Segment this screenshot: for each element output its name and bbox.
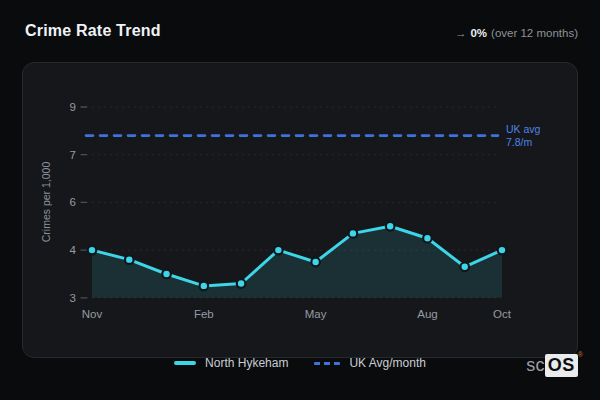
uk-avg-label-line2: 7.8/m — [506, 136, 533, 148]
x-tick-label: Nov — [82, 308, 103, 320]
page-title: Crime Rate Trend — [25, 22, 161, 40]
app-root: Crime Rate Trend → 0% (over 12 months) 3… — [0, 0, 600, 400]
y-tick-label: 3 — [70, 292, 76, 304]
y-tick-label: 6 — [70, 196, 76, 208]
dashed-line-swatch-icon — [314, 362, 340, 365]
trend-arrow-icon: → — [455, 27, 467, 39]
logo-prefix: sc — [526, 356, 545, 374]
series-area-fill — [92, 226, 502, 297]
x-tick-label: Oct — [493, 308, 512, 320]
data-point[interactable] — [498, 246, 507, 255]
data-point[interactable] — [386, 222, 395, 231]
x-tick-label: May — [305, 308, 327, 320]
legend-label: UK Avg/month — [349, 356, 426, 370]
trend-period: (over 12 months) — [491, 27, 578, 39]
x-tick-label: Feb — [194, 308, 214, 320]
trend-summary: → 0% (over 12 months) — [455, 27, 578, 39]
legend-label: North Hykeham — [205, 356, 288, 370]
data-point[interactable] — [460, 262, 469, 271]
data-point[interactable] — [311, 258, 320, 267]
y-tick-label: 9 — [70, 101, 76, 113]
data-point[interactable] — [237, 279, 246, 288]
chart-legend: North Hykeham UK Avg/month — [0, 352, 600, 374]
scos-logo: sc OS ® — [526, 354, 583, 377]
legend-item-uk-avg[interactable]: UK Avg/month — [314, 356, 426, 370]
data-point[interactable] — [274, 246, 283, 255]
solid-line-swatch-icon — [174, 361, 196, 365]
data-point[interactable] — [349, 229, 358, 238]
data-point[interactable] — [88, 246, 97, 255]
trend-percent: 0% — [470, 27, 487, 39]
x-tick-label: Aug — [417, 308, 437, 320]
y-axis-title: Crimes per 1,000 — [40, 162, 52, 243]
y-tick-label: 7 — [70, 149, 76, 161]
data-point[interactable] — [200, 282, 209, 291]
chart-card: 34679NovFebMayAugOctCrimes per 1,000UK a… — [22, 62, 578, 358]
legend-item-north-hykeham[interactable]: North Hykeham — [174, 356, 288, 370]
uk-avg-label-line1: UK avg — [506, 123, 541, 135]
data-point[interactable] — [162, 270, 171, 279]
crime-trend-chart[interactable]: 34679NovFebMayAugOctCrimes per 1,000UK a… — [23, 63, 578, 358]
registered-trademark-icon: ® — [578, 351, 583, 358]
y-tick-label: 4 — [70, 244, 77, 256]
data-point[interactable] — [423, 234, 432, 243]
logo-main: OS — [545, 354, 578, 377]
data-point[interactable] — [125, 255, 134, 264]
